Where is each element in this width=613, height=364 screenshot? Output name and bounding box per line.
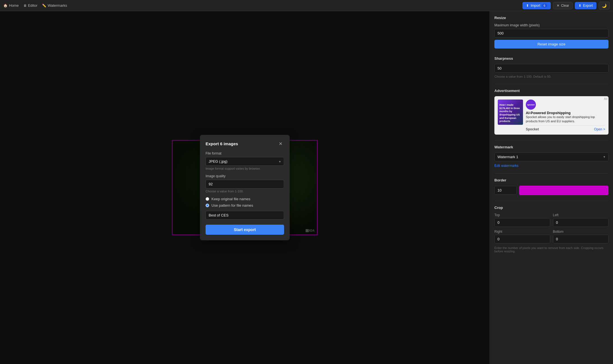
nav-right: ⬆ Import 6 ✕ Clear ⬇ Export 🌙 — [522, 2, 610, 10]
max-width-label: Maximum image width (pixels) — [494, 23, 609, 27]
radio-use-pattern-label: Use pattern for file names — [211, 203, 253, 208]
ad-badge: Ad — [604, 97, 607, 100]
advertisement-title: Advertisement — [494, 89, 609, 93]
home-icon: 🏠 — [3, 4, 8, 8]
dialog-header: Export 6 images ✕ — [206, 140, 284, 147]
max-width-input[interactable] — [494, 29, 609, 38]
clear-icon: ✕ — [557, 4, 559, 8]
ad-title: AI-Powered Dropshipping — [526, 111, 605, 115]
dialog-overlay: Export 6 images ✕ File format JPEG (.jpg… — [0, 11, 490, 364]
border-title: Border — [494, 178, 609, 182]
sharpness-section: Sharpness Choose a value from 1-100. Def… — [494, 56, 609, 78]
crop-left-label: Left — [553, 213, 609, 217]
crop-right-label: Right — [494, 230, 550, 234]
file-format-group: File format JPEG (.jpg) Image format sup… — [206, 151, 284, 170]
export-icon: ⬇ — [579, 4, 581, 8]
file-format-select-wrapper: JPEG (.jpg) — [206, 157, 284, 166]
crop-grid: Top Left Right Bottom — [494, 213, 609, 243]
crop-left-input[interactable] — [553, 218, 609, 227]
watermark-select-wrapper: Watermark 1 Watermark 2 None — [494, 153, 609, 161]
quality-input[interactable] — [206, 180, 284, 188]
ad-cta[interactable]: Open > — [594, 127, 605, 131]
format-hint: Image format support varies by browser. — [206, 167, 284, 170]
nav-editor-label: Editor — [28, 3, 38, 8]
import-label: Import — [531, 4, 540, 8]
ad-thumbnail: How I made $178,492 in three months by d… — [498, 100, 523, 125]
advertisement-section: Advertisement Ad How I made $178,492 in … — [494, 89, 609, 135]
sharpness-title: Sharpness — [494, 56, 609, 61]
edit-watermarks-link[interactable]: Edit watermarks — [494, 164, 518, 168]
file-format-select[interactable]: JPEG (.jpg) — [206, 157, 284, 166]
editor-icon: 🖥 — [23, 4, 27, 8]
crop-top-label: Top — [494, 213, 550, 217]
export-button[interactable]: ⬇ Export — [575, 2, 596, 9]
export-label: Export — [583, 4, 593, 8]
export-dialog: Export 6 images ✕ File format JPEG (.jpg… — [200, 135, 290, 240]
pattern-input[interactable] — [206, 211, 284, 220]
border-row — [494, 186, 609, 195]
ad-thumbnail-text: How I made $178,492 in three months by d… — [499, 103, 521, 123]
clear-button[interactable]: ✕ Clear — [553, 2, 573, 9]
nav-editor[interactable]: 🖥 Editor — [23, 3, 38, 8]
filename-radio-group: Keep original file names Use pattern for… — [206, 197, 284, 208]
pattern-input-group — [206, 211, 284, 220]
watermark-section: Watermark Watermark 1 Watermark 2 None E… — [494, 145, 609, 168]
dark-mode-button[interactable]: 🌙 — [599, 2, 610, 10]
sharpness-hint: Choose a value from 1-100. Default is 50… — [494, 75, 609, 78]
ad-logo-row: spocket — [526, 100, 605, 110]
crop-title: Crop — [494, 206, 609, 210]
ad-footer: Spocket Open > — [526, 125, 605, 131]
canvas-area: ⬜XDA Export 6 images ✕ File format JPEG … — [0, 11, 490, 364]
crop-hint: Enter the number of pixels you want to r… — [494, 246, 609, 253]
crop-top-field: Top — [494, 213, 550, 227]
resize-title: Resize — [494, 16, 609, 20]
image-quality-group: Image quality Choose a value from 1-100. — [206, 174, 284, 193]
ad-logo: spocket — [526, 100, 536, 110]
sharpness-input[interactable] — [494, 64, 609, 73]
crop-section: Crop Top Left Right Bottom — [494, 206, 609, 253]
start-export-button[interactable]: Start export — [206, 225, 284, 235]
main-layout: ⬜XDA Export 6 images ✕ File format JPEG … — [0, 11, 613, 364]
quality-label: Image quality — [206, 174, 284, 178]
crop-left-field: Left — [553, 213, 609, 227]
crop-top-input[interactable] — [494, 218, 550, 227]
watermarks-icon: ✏️ — [42, 4, 46, 8]
import-icon: ⬆ — [526, 4, 529, 8]
reset-image-size-button[interactable]: Reset image size — [494, 40, 609, 49]
clear-label: Clear — [561, 4, 569, 8]
ad-brand: Spocket — [526, 127, 539, 131]
dark-mode-icon: 🌙 — [602, 3, 607, 8]
import-badge: 6 — [542, 4, 547, 8]
watermark-select[interactable]: Watermark 1 Watermark 2 None — [494, 153, 609, 161]
border-value-input[interactable] — [494, 186, 517, 195]
ad-desc: Spocket allows you to easily start drops… — [526, 115, 605, 124]
radio-use-pattern[interactable]: Use pattern for file names — [206, 203, 284, 208]
import-button[interactable]: ⬆ Import 6 — [522, 2, 550, 9]
radio-use-pattern-input[interactable] — [206, 204, 209, 207]
nav-home-label: Home — [9, 3, 19, 8]
file-format-label: File format — [206, 151, 284, 155]
crop-bottom-field: Bottom — [553, 230, 609, 243]
radio-keep-original-input[interactable] — [206, 197, 209, 201]
nav-watermarks[interactable]: ✏️ Watermarks — [42, 3, 67, 8]
radio-keep-original-label: Keep original file names — [211, 197, 250, 201]
radio-keep-original[interactable]: Keep original file names — [206, 197, 284, 201]
resize-section: Resize Maximum image width (pixels) Rese… — [494, 16, 609, 51]
watermark-title: Watermark — [494, 145, 609, 149]
crop-right-input[interactable] — [494, 235, 550, 243]
crop-bottom-input[interactable] — [553, 235, 609, 243]
border-section: Border — [494, 178, 609, 195]
ad-content: spocket AI-Powered Dropshipping Spocket … — [526, 100, 605, 131]
nav-watermarks-label: Watermarks — [48, 3, 67, 8]
dialog-close-button[interactable]: ✕ — [277, 140, 284, 147]
ad-box[interactable]: Ad How I made $178,492 in three months b… — [494, 96, 609, 135]
dialog-title: Export 6 images — [206, 141, 238, 146]
nav-left: 🏠 Home 🖥 Editor ✏️ Watermarks — [3, 3, 518, 8]
nav-home[interactable]: 🏠 Home — [3, 3, 19, 8]
quality-hint: Choose a value from 1-100. — [206, 190, 284, 193]
topnav: 🏠 Home 🖥 Editor ✏️ Watermarks ⬆ Import 6… — [0, 0, 613, 11]
right-sidebar: Resize Maximum image width (pixels) Rese… — [490, 11, 613, 364]
crop-right-field: Right — [494, 230, 550, 243]
border-color-preview[interactable] — [519, 186, 609, 195]
crop-bottom-label: Bottom — [553, 230, 609, 234]
